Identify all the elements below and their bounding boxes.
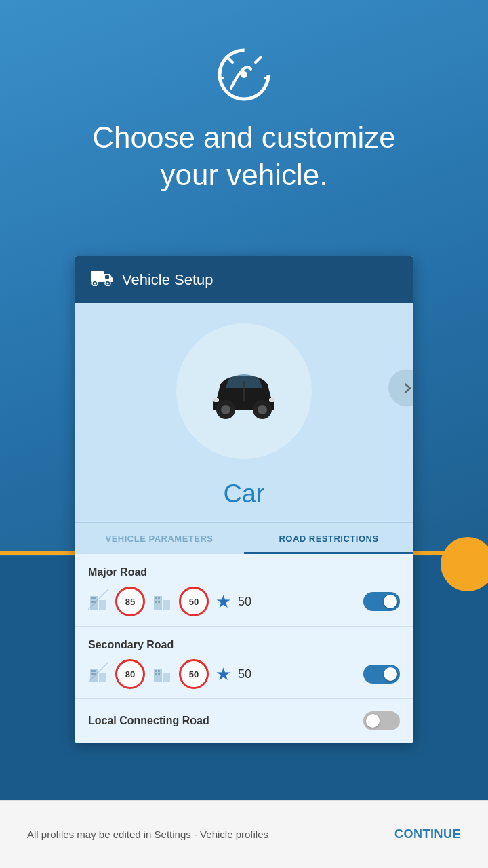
svg-point-4: [94, 283, 96, 285]
svg-point-9: [221, 405, 230, 414]
truck-icon: [91, 269, 113, 291]
speedometer-icon: [214, 41, 274, 102]
svg-rect-16: [92, 597, 94, 599]
svg-point-6: [107, 283, 109, 285]
svg-rect-38: [155, 673, 157, 675]
vehicle-icon-circle: [176, 323, 312, 459]
major-road-section: Major Road 8: [75, 554, 413, 627]
secondary-road-section: Secondary Road 80: [75, 627, 413, 699]
next-vehicle-button[interactable]: [388, 370, 413, 407]
major-road-toggle[interactable]: [363, 592, 400, 611]
svg-rect-18: [92, 601, 94, 603]
vehicle-name: Car: [75, 473, 413, 522]
svg-rect-26: [158, 601, 160, 603]
major-road-toggle-switch[interactable]: [363, 592, 400, 611]
svg-rect-36: [155, 670, 157, 672]
building-icon-4: [152, 662, 172, 687]
continue-button[interactable]: CONTINUE: [394, 827, 461, 842]
building-icon-3: [88, 662, 108, 687]
road-restrictions-content: Major Road 8: [75, 554, 413, 743]
svg-rect-12: [269, 398, 274, 402]
svg-point-1: [241, 71, 247, 78]
svg-rect-2: [91, 271, 104, 282]
building-icon-1: [88, 589, 108, 614]
secondary-road-toggle-switch[interactable]: [363, 665, 400, 684]
card-header: Vehicle Setup: [75, 256, 413, 303]
orange-circle-decoration: [441, 537, 488, 591]
secondary-road-speed-sign-1[interactable]: 80: [115, 659, 145, 689]
vehicle-selector[interactable]: [75, 303, 413, 473]
major-road-controls: 85 50 ★: [88, 587, 400, 616]
main-heading: Choose and customize your vehicle.: [0, 119, 488, 193]
svg-rect-27: [163, 600, 170, 610]
bottom-hint-text: All profiles may be edited in Settings -…: [27, 827, 394, 842]
tab-vehicle-parameters[interactable]: VEHICLE PARAMETERS: [75, 523, 244, 554]
major-road-star-value: 50: [238, 595, 251, 609]
major-road-speed-sign-2[interactable]: 50: [179, 587, 209, 616]
svg-rect-23: [155, 597, 157, 599]
secondary-road-star-value: 50: [238, 667, 251, 682]
major-road-title: Major Road: [88, 566, 400, 578]
svg-rect-20: [99, 600, 106, 610]
local-road-title: Local Connecting Road: [88, 715, 363, 727]
local-road-toggle-switch[interactable]: [363, 711, 400, 730]
svg-rect-37: [158, 670, 160, 672]
bottom-bar: All profiles may be edited in Settings -…: [0, 800, 488, 868]
secondary-road-controls: 80 50 ★: [88, 659, 400, 689]
local-road-section: Local Connecting Road: [75, 699, 413, 743]
svg-rect-17: [94, 597, 96, 599]
tabs-container: VEHICLE PARAMETERS ROAD RESTRICTIONS: [75, 522, 413, 554]
svg-rect-30: [94, 670, 96, 672]
major-road-speed-sign-1[interactable]: 85: [115, 587, 145, 616]
vehicle-setup-card: Vehicle Setup: [75, 256, 413, 743]
svg-rect-40: [163, 673, 170, 682]
svg-rect-31: [92, 673, 94, 675]
building-icon-2: [152, 589, 172, 614]
secondary-road-star-icon: ★: [216, 664, 231, 685]
svg-rect-33: [99, 673, 106, 682]
svg-rect-24: [158, 597, 160, 599]
secondary-road-speed-sign-2[interactable]: 50: [179, 659, 209, 689]
major-road-star-icon: ★: [216, 591, 231, 612]
secondary-road-title: Secondary Road: [88, 639, 400, 651]
svg-rect-7: [105, 275, 109, 279]
svg-rect-39: [158, 673, 160, 675]
tab-road-restrictions[interactable]: ROAD RESTRICTIONS: [244, 523, 413, 554]
svg-rect-29: [92, 670, 94, 672]
svg-point-11: [258, 405, 267, 414]
svg-rect-13: [214, 398, 219, 402]
card-title: Vehicle Setup: [122, 271, 214, 289]
svg-rect-25: [155, 601, 157, 603]
secondary-road-toggle[interactable]: [363, 665, 400, 684]
local-road-toggle[interactable]: [363, 711, 400, 730]
